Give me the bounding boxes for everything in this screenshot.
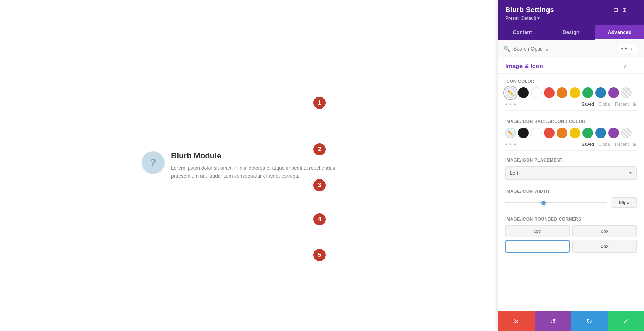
search-input[interactable] <box>513 46 615 52</box>
undo-button[interactable]: ↺ <box>535 311 571 331</box>
step-badge-4: 4 <box>313 213 326 225</box>
slider-control <box>505 197 637 208</box>
swatch-striped-1[interactable] <box>621 87 632 98</box>
recent-tab-2[interactable]: Recent <box>613 141 631 148</box>
columns-icon[interactable]: ⊞ <box>622 6 627 13</box>
panel-title: Blurb Settings <box>505 6 554 14</box>
swatch-black-1[interactable] <box>518 87 529 98</box>
corner-top-left[interactable] <box>505 225 570 237</box>
cancel-button[interactable]: ✕ <box>498 311 535 331</box>
swatch-orange-1[interactable] <box>557 87 567 98</box>
gear-icon-1[interactable]: ⚙ <box>632 101 637 107</box>
bg-color-label: Image/Icon Background Color <box>505 119 637 124</box>
tab-advanced[interactable]: Advanced <box>595 25 644 40</box>
corners-grid <box>505 225 637 253</box>
search-bar: 🔍 + Filter <box>498 40 644 57</box>
width-option: Image/Icon Width <box>498 185 644 213</box>
rounded-label: Image/Icon Rounded Corners <box>505 217 637 222</box>
panel-header-top: Blurb Settings ⊡ ⊞ ⋮ <box>505 6 637 14</box>
settings-panel: Blurb Settings ⊡ ⊞ ⋮ Preset: Default ▾ C… <box>498 0 644 331</box>
search-icon: 🔍 <box>504 45 511 52</box>
blurb-title: Blurb Module <box>171 151 356 160</box>
tab-content[interactable]: Content <box>498 25 547 40</box>
recent-tab-1[interactable]: Recent <box>613 101 631 107</box>
icon-color-swatches: ✏️ <box>505 87 637 98</box>
panel-content: Image & Icon ∧ ⋮ Icon Color ✏️ <box>498 57 644 311</box>
section-header: Image & Icon ∧ ⋮ <box>498 57 644 74</box>
placement-option: Image/Icon Placement Left Right Top <box>498 154 644 185</box>
dots-btn-2[interactable]: • • • <box>505 141 516 148</box>
icon-color-label: Icon Color <box>505 79 637 84</box>
swatch-white-2[interactable] <box>531 128 542 138</box>
panel-footer: ✕ ↺ ↻ ✓ <box>498 311 644 331</box>
panel-tabs: Content Design Advanced <box>498 25 644 40</box>
saved-tab-2[interactable]: Saved <box>579 141 596 148</box>
filter-label: + Filter <box>621 46 635 51</box>
panel-header-icons: ⊡ ⊞ ⋮ <box>613 6 637 13</box>
saved-tab-1[interactable]: Saved <box>579 101 596 107</box>
blurb-content: Blurb Module Lorem ipsum dolor sit amet.… <box>171 151 356 180</box>
dots-btn-1[interactable]: • • • <box>505 101 516 107</box>
slider-fill <box>505 202 541 203</box>
blurb-body: Lorem ipsum dolor sit amet. In nisi dolo… <box>171 164 356 180</box>
swatch-blue-1[interactable] <box>595 87 606 98</box>
question-mark-icon: ? <box>150 157 156 168</box>
swatch-purple-1[interactable] <box>608 87 619 98</box>
swatch-white-1[interactable] <box>531 87 542 98</box>
panel-preset[interactable]: Preset: Default ▾ <box>505 15 637 21</box>
swatch-green-2[interactable] <box>582 128 593 138</box>
width-value-input[interactable] <box>611 197 637 208</box>
slider-thumb[interactable] <box>541 200 546 206</box>
corner-top-right[interactable] <box>572 225 637 237</box>
swatch-red-1[interactable] <box>544 87 555 98</box>
blurb-icon: ? <box>142 151 165 174</box>
section-more-icon[interactable]: ⋮ <box>631 63 637 70</box>
step-badge-1: 1 <box>313 97 326 109</box>
width-label: Image/Icon Width <box>505 189 637 194</box>
swatch-blue-2[interactable] <box>595 128 606 138</box>
gear-icon-2[interactable]: ⚙ <box>632 141 637 147</box>
swatch-orange-2[interactable] <box>557 128 567 138</box>
filter-button[interactable]: + Filter <box>618 44 638 53</box>
step-badge-3: 3 <box>313 179 326 191</box>
more-icon[interactable]: ⋮ <box>631 6 637 13</box>
swatch-striped-2[interactable] <box>621 128 632 138</box>
eyedropper-swatch-1[interactable]: ✏️ <box>505 87 516 98</box>
rounded-corners-option: Image/Icon Rounded Corners <box>498 213 644 258</box>
swatch-yellow-2[interactable] <box>570 128 580 138</box>
global-tab-1[interactable]: Global <box>596 101 613 107</box>
panel-header: Blurb Settings ⊡ ⊞ ⋮ Preset: Default ▾ <box>498 0 644 25</box>
corner-bottom-left[interactable] <box>505 240 570 253</box>
step-badge-5: 5 <box>313 249 326 261</box>
swatch-green-1[interactable] <box>582 87 593 98</box>
placement-select[interactable]: Left Right Top <box>505 166 637 180</box>
eyedropper-icon-1: ✏️ <box>508 90 514 96</box>
icon-color-tabs-row: • • • Saved Global Recent ⚙ <box>505 101 637 111</box>
global-tab-2[interactable]: Global <box>596 141 613 148</box>
swatch-black-2[interactable] <box>518 128 529 138</box>
bg-color-swatches: ✏️ <box>505 128 637 138</box>
tab-design[interactable]: Design <box>547 25 595 40</box>
section-title: Image & Icon <box>505 63 543 70</box>
step-badge-2: 2 <box>313 143 326 155</box>
width-slider-track[interactable] <box>505 202 607 203</box>
canvas-area: ? Blurb Module Lorem ipsum dolor sit ame… <box>0 0 498 331</box>
screenshot-icon[interactable]: ⊡ <box>613 6 618 13</box>
swatch-purple-2[interactable] <box>608 128 619 138</box>
icon-color-option: Icon Color ✏️ • • • Saved Global <box>498 74 644 114</box>
section-controls: ∧ ⋮ <box>623 63 637 70</box>
collapse-icon[interactable]: ∧ <box>623 63 628 70</box>
swatch-red-2[interactable] <box>544 128 555 138</box>
redo-button[interactable]: ↻ <box>571 311 608 331</box>
corner-bottom-right[interactable] <box>572 240 637 253</box>
save-button[interactable]: ✓ <box>608 311 644 331</box>
blurb-module: ? Blurb Module Lorem ipsum dolor sit ame… <box>142 151 356 180</box>
swatch-yellow-1[interactable] <box>570 87 580 98</box>
bg-color-tabs-row: • • • Saved Global Recent ⚙ <box>505 141 637 151</box>
placement-label: Image/Icon Placement <box>505 158 637 163</box>
eyedropper-swatch-2[interactable]: ✏️ <box>505 128 516 138</box>
eyedropper-icon-2: ✏️ <box>508 130 513 136</box>
bg-color-option: Image/Icon Background Color ✏️ • • • Sav… <box>498 114 644 154</box>
